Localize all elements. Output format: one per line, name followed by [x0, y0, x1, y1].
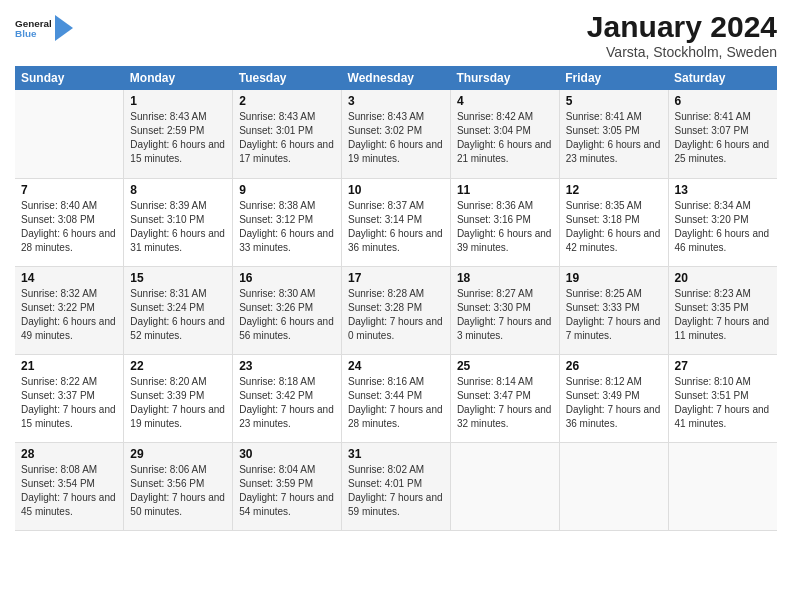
day-cell: 2 Sunrise: 8:43 AMSunset: 3:01 PMDayligh… — [233, 90, 342, 178]
day-number: 10 — [348, 183, 444, 197]
day-number: 24 — [348, 359, 444, 373]
week-row-4: 28 Sunrise: 8:08 AMSunset: 3:54 PMDaylig… — [15, 442, 777, 530]
day-info: Sunrise: 8:18 AMSunset: 3:42 PMDaylight:… — [239, 375, 335, 431]
title-area: January 2024 Varsta, Stockholm, Sweden — [587, 10, 777, 60]
day-cell: 17 Sunrise: 8:28 AMSunset: 3:28 PMDaylig… — [342, 266, 451, 354]
location: Varsta, Stockholm, Sweden — [587, 44, 777, 60]
day-info: Sunrise: 8:27 AMSunset: 3:30 PMDaylight:… — [457, 287, 553, 343]
day-cell: 19 Sunrise: 8:25 AMSunset: 3:33 PMDaylig… — [559, 266, 668, 354]
day-info: Sunrise: 8:43 AMSunset: 3:02 PMDaylight:… — [348, 110, 444, 166]
day-number: 17 — [348, 271, 444, 285]
day-info: Sunrise: 8:28 AMSunset: 3:28 PMDaylight:… — [348, 287, 444, 343]
day-cell: 25 Sunrise: 8:14 AMSunset: 3:47 PMDaylig… — [450, 354, 559, 442]
col-tuesday: Tuesday — [233, 66, 342, 90]
col-monday: Monday — [124, 66, 233, 90]
day-info: Sunrise: 8:14 AMSunset: 3:47 PMDaylight:… — [457, 375, 553, 431]
day-info: Sunrise: 8:16 AMSunset: 3:44 PMDaylight:… — [348, 375, 444, 431]
day-cell: 30 Sunrise: 8:04 AMSunset: 3:59 PMDaylig… — [233, 442, 342, 530]
svg-text:General: General — [15, 18, 51, 29]
day-cell: 28 Sunrise: 8:08 AMSunset: 3:54 PMDaylig… — [15, 442, 124, 530]
col-saturday: Saturday — [668, 66, 777, 90]
day-number: 28 — [21, 447, 117, 461]
day-number: 22 — [130, 359, 226, 373]
day-info: Sunrise: 8:41 AMSunset: 3:07 PMDaylight:… — [675, 110, 771, 166]
logo-arrow — [55, 10, 75, 46]
day-info: Sunrise: 8:39 AMSunset: 3:10 PMDaylight:… — [130, 199, 226, 255]
day-cell: 24 Sunrise: 8:16 AMSunset: 3:44 PMDaylig… — [342, 354, 451, 442]
week-row-1: 7 Sunrise: 8:40 AMSunset: 3:08 PMDayligh… — [15, 178, 777, 266]
day-number: 1 — [130, 94, 226, 108]
day-info: Sunrise: 8:02 AMSunset: 4:01 PMDaylight:… — [348, 463, 444, 519]
day-info: Sunrise: 8:08 AMSunset: 3:54 PMDaylight:… — [21, 463, 117, 519]
day-number: 19 — [566, 271, 662, 285]
day-info: Sunrise: 8:36 AMSunset: 3:16 PMDaylight:… — [457, 199, 553, 255]
day-info: Sunrise: 8:42 AMSunset: 3:04 PMDaylight:… — [457, 110, 553, 166]
day-info: Sunrise: 8:10 AMSunset: 3:51 PMDaylight:… — [675, 375, 771, 431]
day-number: 25 — [457, 359, 553, 373]
day-cell: 18 Sunrise: 8:27 AMSunset: 3:30 PMDaylig… — [450, 266, 559, 354]
day-cell: 23 Sunrise: 8:18 AMSunset: 3:42 PMDaylig… — [233, 354, 342, 442]
day-cell: 7 Sunrise: 8:40 AMSunset: 3:08 PMDayligh… — [15, 178, 124, 266]
day-cell: 14 Sunrise: 8:32 AMSunset: 3:22 PMDaylig… — [15, 266, 124, 354]
day-info: Sunrise: 8:22 AMSunset: 3:37 PMDaylight:… — [21, 375, 117, 431]
col-sunday: Sunday — [15, 66, 124, 90]
day-number: 30 — [239, 447, 335, 461]
day-cell: 27 Sunrise: 8:10 AMSunset: 3:51 PMDaylig… — [668, 354, 777, 442]
day-cell: 10 Sunrise: 8:37 AMSunset: 3:14 PMDaylig… — [342, 178, 451, 266]
day-cell: 29 Sunrise: 8:06 AMSunset: 3:56 PMDaylig… — [124, 442, 233, 530]
day-info: Sunrise: 8:04 AMSunset: 3:59 PMDaylight:… — [239, 463, 335, 519]
day-cell: 11 Sunrise: 8:36 AMSunset: 3:16 PMDaylig… — [450, 178, 559, 266]
day-number: 7 — [21, 183, 117, 197]
logo: General Blue — [15, 10, 75, 46]
day-number: 21 — [21, 359, 117, 373]
day-cell: 8 Sunrise: 8:39 AMSunset: 3:10 PMDayligh… — [124, 178, 233, 266]
day-number: 18 — [457, 271, 553, 285]
col-thursday: Thursday — [450, 66, 559, 90]
day-cell: 16 Sunrise: 8:30 AMSunset: 3:26 PMDaylig… — [233, 266, 342, 354]
day-number: 27 — [675, 359, 771, 373]
day-number: 16 — [239, 271, 335, 285]
month-title: January 2024 — [587, 10, 777, 44]
day-info: Sunrise: 8:30 AMSunset: 3:26 PMDaylight:… — [239, 287, 335, 343]
day-info: Sunrise: 8:37 AMSunset: 3:14 PMDaylight:… — [348, 199, 444, 255]
day-number: 23 — [239, 359, 335, 373]
day-cell: 13 Sunrise: 8:34 AMSunset: 3:20 PMDaylig… — [668, 178, 777, 266]
day-cell: 4 Sunrise: 8:42 AMSunset: 3:04 PMDayligh… — [450, 90, 559, 178]
day-cell: 3 Sunrise: 8:43 AMSunset: 3:02 PMDayligh… — [342, 90, 451, 178]
day-cell: 15 Sunrise: 8:31 AMSunset: 3:24 PMDaylig… — [124, 266, 233, 354]
header: General Blue January 2024 Varsta, Stockh… — [15, 10, 777, 60]
calendar-body: 1 Sunrise: 8:43 AMSunset: 2:59 PMDayligh… — [15, 90, 777, 530]
day-info: Sunrise: 8:40 AMSunset: 3:08 PMDaylight:… — [21, 199, 117, 255]
day-info: Sunrise: 8:34 AMSunset: 3:20 PMDaylight:… — [675, 199, 771, 255]
day-info: Sunrise: 8:41 AMSunset: 3:05 PMDaylight:… — [566, 110, 662, 166]
day-number: 12 — [566, 183, 662, 197]
day-info: Sunrise: 8:43 AMSunset: 3:01 PMDaylight:… — [239, 110, 335, 166]
day-cell — [15, 90, 124, 178]
day-info: Sunrise: 8:43 AMSunset: 2:59 PMDaylight:… — [130, 110, 226, 166]
weekday-row: Sunday Monday Tuesday Wednesday Thursday… — [15, 66, 777, 90]
calendar-table: Sunday Monday Tuesday Wednesday Thursday… — [15, 66, 777, 531]
day-number: 15 — [130, 271, 226, 285]
day-info: Sunrise: 8:06 AMSunset: 3:56 PMDaylight:… — [130, 463, 226, 519]
week-row-2: 14 Sunrise: 8:32 AMSunset: 3:22 PMDaylig… — [15, 266, 777, 354]
day-number: 26 — [566, 359, 662, 373]
col-wednesday: Wednesday — [342, 66, 451, 90]
day-cell: 22 Sunrise: 8:20 AMSunset: 3:39 PMDaylig… — [124, 354, 233, 442]
day-number: 31 — [348, 447, 444, 461]
day-cell: 21 Sunrise: 8:22 AMSunset: 3:37 PMDaylig… — [15, 354, 124, 442]
day-number: 13 — [675, 183, 771, 197]
day-cell — [450, 442, 559, 530]
day-info: Sunrise: 8:35 AMSunset: 3:18 PMDaylight:… — [566, 199, 662, 255]
day-number: 4 — [457, 94, 553, 108]
day-number: 3 — [348, 94, 444, 108]
svg-text:Blue: Blue — [15, 28, 37, 39]
day-info: Sunrise: 8:31 AMSunset: 3:24 PMDaylight:… — [130, 287, 226, 343]
calendar-page: General Blue January 2024 Varsta, Stockh… — [0, 0, 792, 612]
day-info: Sunrise: 8:12 AMSunset: 3:49 PMDaylight:… — [566, 375, 662, 431]
day-cell: 6 Sunrise: 8:41 AMSunset: 3:07 PMDayligh… — [668, 90, 777, 178]
day-info: Sunrise: 8:20 AMSunset: 3:39 PMDaylight:… — [130, 375, 226, 431]
day-cell — [668, 442, 777, 530]
day-number: 20 — [675, 271, 771, 285]
day-cell: 1 Sunrise: 8:43 AMSunset: 2:59 PMDayligh… — [124, 90, 233, 178]
day-number: 9 — [239, 183, 335, 197]
